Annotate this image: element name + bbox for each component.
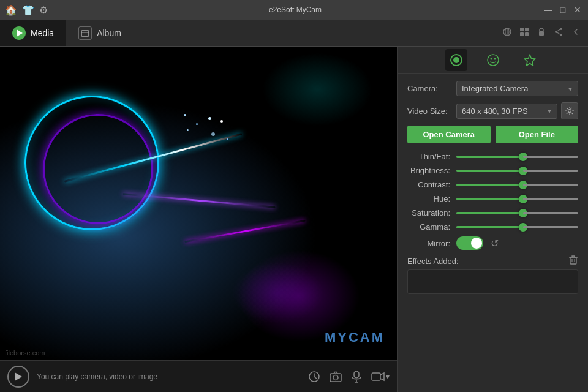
snapshot-icon[interactable] <box>330 371 342 382</box>
slider-row-hue: Hue: <box>407 194 578 203</box>
slider-label-thin-fat: Thin/Fat: <box>407 152 456 161</box>
toolbar-link-icon[interactable] <box>502 27 512 39</box>
close-button[interactable]: ✕ <box>572 4 583 15</box>
slider-label-contrast: Contrast: <box>407 180 456 189</box>
mirror-toggle[interactable] <box>456 236 483 250</box>
open-camera-button[interactable]: Open Camera <box>407 126 491 143</box>
trash-icon[interactable] <box>568 255 578 267</box>
tab-media[interactable]: Media <box>0 20 66 46</box>
firehorse-watermark: fileborse.com <box>5 349 45 356</box>
camera-select[interactable]: Integrated Camera <box>456 81 578 96</box>
slider-row-brightness: Brightness: <box>407 166 578 175</box>
minimize-button[interactable]: — <box>543 4 554 15</box>
video-icon-group: ▾ <box>371 372 390 382</box>
slider-row-saturation: Saturation: <box>407 208 578 217</box>
slider-row-gamma: Gamma: <box>407 222 578 232</box>
maximize-button[interactable]: □ <box>557 4 568 15</box>
toolbar-lock-icon[interactable] <box>537 27 546 39</box>
slider-label-hue: Hue: <box>407 194 456 203</box>
video-size-select[interactable]: 640 x 480, 30 FPS <box>456 104 557 119</box>
tab-bar: Media Album <box>0 20 588 47</box>
slider-label-gamma: Gamma: <box>407 222 456 232</box>
svg-marker-0 <box>17 29 23 37</box>
mirror-row: Mirror: ↺ <box>407 236 578 250</box>
slider-track-contrast[interactable] <box>456 184 578 186</box>
slider-rail-hue <box>523 198 578 200</box>
open-file-button[interactable]: Open File <box>496 126 579 143</box>
svg-point-32 <box>568 110 571 113</box>
main-content: MYCAM fileborse.com You can play camera,… <box>0 47 588 392</box>
media-tab-icon <box>12 26 26 40</box>
camera-bottom-bar: You can play camera, video or image ▾ <box>0 360 397 392</box>
video-size-label: Video Size: <box>407 107 456 116</box>
effects-area <box>407 270 578 294</box>
mic-icon[interactable] <box>352 371 361 383</box>
svg-rect-7 <box>525 28 529 31</box>
title-bar: 🏠 👕 ⚙ e2eSoft MyCam — □ ✕ <box>0 0 588 20</box>
svg-point-21 <box>333 375 338 380</box>
slider-rail-thin-fat <box>523 156 578 158</box>
svg-rect-22 <box>354 371 359 378</box>
svg-line-15 <box>556 32 561 35</box>
video-icon[interactable] <box>371 372 385 382</box>
bottom-icons: ▾ <box>309 371 390 383</box>
video-size-select-wrapper: 640 x 480, 30 FPS <box>456 104 557 119</box>
right-panel: Camera: Integrated Camera Video Size: 64… <box>397 47 588 392</box>
tab-album[interactable]: Album <box>66 20 134 46</box>
slider-rail-saturation <box>523 212 578 214</box>
slider-fill-thin-fat <box>456 156 523 158</box>
slider-rail-gamma <box>523 226 578 228</box>
slider-track-saturation[interactable] <box>456 212 578 214</box>
mirror-toggle-knob <box>471 238 482 249</box>
panel-icon-camera[interactable] <box>445 49 467 71</box>
svg-rect-10 <box>539 31 544 36</box>
toolbar-back-icon[interactable] <box>571 27 581 39</box>
camera-canvas: MYCAM fileborse.com <box>0 47 397 360</box>
shirt-icon[interactable]: 👕 <box>22 4 34 16</box>
camera-view: MYCAM fileborse.com You can play camera,… <box>0 47 397 392</box>
slider-rail-contrast <box>523 184 578 186</box>
slider-track-gamma[interactable] <box>456 226 578 228</box>
panel-icon-star[interactable] <box>519 49 541 71</box>
status-text: You can play camera, video or image <box>37 372 301 381</box>
title-bar-left-icons: 🏠 👕 ⚙ <box>5 4 48 16</box>
svg-point-28 <box>488 55 499 66</box>
slider-fill-saturation <box>456 212 523 214</box>
app-title: e2eSoft MyCam <box>48 6 543 14</box>
video-size-controls: 640 x 480, 30 FPS <box>456 102 578 119</box>
svg-point-30 <box>494 58 496 59</box>
slider-label-brightness: Brightness: <box>407 166 456 175</box>
panel-icon-face[interactable] <box>482 49 504 71</box>
svg-rect-9 <box>525 32 529 36</box>
toolbar-share-icon[interactable] <box>554 27 564 39</box>
video-dropdown-arrow[interactable]: ▾ <box>386 372 390 381</box>
svg-rect-6 <box>520 28 524 31</box>
effects-header-row: Effects Added: <box>407 255 578 267</box>
camera-label: Camera: <box>407 84 456 93</box>
mirror-reset-icon[interactable]: ↺ <box>491 238 499 249</box>
mirror-label: Mirror: <box>407 239 456 248</box>
tab-toolbar <box>502 20 588 46</box>
play-button[interactable] <box>7 366 29 388</box>
panel-content: Camera: Integrated Camera Video Size: 64… <box>398 74 588 392</box>
slider-rail-brightness <box>523 170 578 172</box>
window-controls: — □ ✕ <box>543 4 583 15</box>
svg-marker-31 <box>524 55 535 66</box>
toolbar-grid-icon[interactable] <box>519 27 529 39</box>
album-tab-icon <box>78 26 92 40</box>
video-size-gear-button[interactable] <box>561 102 578 119</box>
slider-track-thin-fat[interactable] <box>456 156 578 158</box>
home-icon[interactable]: 🏠 <box>5 4 17 16</box>
camera-background <box>0 47 397 360</box>
svg-rect-25 <box>372 373 380 380</box>
sliders-container: Thin/Fat: Brightness: Contrast: Hue: <box>407 152 578 232</box>
slider-track-hue[interactable] <box>456 198 578 200</box>
settings-icon[interactable]: ⚙ <box>39 4 48 16</box>
video-size-row: Video Size: 640 x 480, 30 FPS <box>407 102 578 119</box>
slider-track-brightness[interactable] <box>456 170 578 172</box>
slider-fill-gamma <box>456 226 523 228</box>
mycam-logo: MYCAM <box>325 330 385 345</box>
clock-icon[interactable] <box>309 371 320 382</box>
camera-select-wrapper: Integrated Camera <box>456 81 578 96</box>
effects-label: Effects Added: <box>407 257 459 266</box>
